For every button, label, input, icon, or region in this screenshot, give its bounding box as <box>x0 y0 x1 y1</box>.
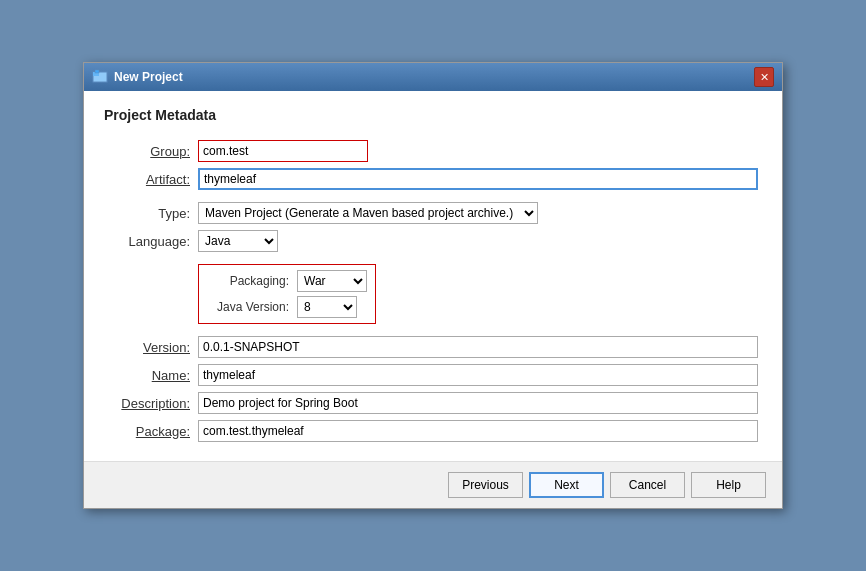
java-version-inner: Java Version: 8 11 17 <box>207 296 367 318</box>
cancel-button[interactable]: Cancel <box>610 472 685 498</box>
artifact-row: Artifact: <box>104 165 762 193</box>
group-row: Group: <box>104 137 762 165</box>
dialog-body: Project Metadata Group: Artifact: <box>84 91 782 461</box>
language-select[interactable]: Java Kotlin Groovy <box>198 230 278 252</box>
dialog-title: New Project <box>114 70 183 84</box>
packaging-java-cell: Packaging: War Jar Java Version: 8 11 <box>194 261 762 327</box>
help-button[interactable]: Help <box>691 472 766 498</box>
artifact-label: Artifact: <box>104 165 194 193</box>
section-title: Project Metadata <box>104 107 762 123</box>
type-cell: Maven Project (Generate a Maven based pr… <box>194 199 762 227</box>
dialog-footer: Previous Next Cancel Help <box>84 461 782 508</box>
svg-rect-2 <box>95 70 99 73</box>
empty-label-cell <box>104 261 194 327</box>
package-label: Package: <box>104 417 194 445</box>
description-input[interactable] <box>198 392 758 414</box>
name-input[interactable] <box>198 364 758 386</box>
group-input[interactable] <box>198 140 368 162</box>
version-row: Version: <box>104 333 762 361</box>
description-row: Description: <box>104 389 762 417</box>
project-icon <box>92 69 108 85</box>
title-bar-left: New Project <box>92 69 183 85</box>
close-button[interactable]: ✕ <box>754 67 774 87</box>
packaging-java-row: Packaging: War Jar Java Version: 8 11 <box>104 261 762 327</box>
java-version-label: Java Version: <box>207 300 297 314</box>
type-label: Type: <box>104 199 194 227</box>
name-label: Name: <box>104 361 194 389</box>
name-input-cell <box>194 361 762 389</box>
group-label: Group: <box>104 137 194 165</box>
language-row: Language: Java Kotlin Groovy <box>104 227 762 255</box>
next-button[interactable]: Next <box>529 472 604 498</box>
package-input[interactable] <box>198 420 758 442</box>
packaging-label: Packaging: <box>207 274 297 288</box>
name-row: Name: <box>104 361 762 389</box>
type-select[interactable]: Maven Project (Generate a Maven based pr… <box>198 202 538 224</box>
artifact-input-cell <box>194 165 762 193</box>
version-input[interactable] <box>198 336 758 358</box>
language-cell: Java Kotlin Groovy <box>194 227 762 255</box>
form-table: Group: Artifact: Type: <box>104 137 762 445</box>
previous-button[interactable]: Previous <box>448 472 523 498</box>
packaging-inner: Packaging: War Jar <box>207 270 367 292</box>
new-project-dialog: New Project ✕ Project Metadata Group: Ar… <box>83 62 783 509</box>
package-row: Package: <box>104 417 762 445</box>
version-input-cell <box>194 333 762 361</box>
group-input-cell <box>194 137 738 165</box>
package-input-cell <box>194 417 762 445</box>
version-label: Version: <box>104 333 194 361</box>
packaging-select[interactable]: War Jar <box>297 270 367 292</box>
java-version-select[interactable]: 8 11 17 <box>297 296 357 318</box>
title-bar: New Project ✕ <box>84 63 782 91</box>
description-input-cell <box>194 389 762 417</box>
artifact-input[interactable] <box>198 168 758 190</box>
description-label: Description: <box>104 389 194 417</box>
type-row: Type: Maven Project (Generate a Maven ba… <box>104 199 762 227</box>
language-label: Language: <box>104 227 194 255</box>
